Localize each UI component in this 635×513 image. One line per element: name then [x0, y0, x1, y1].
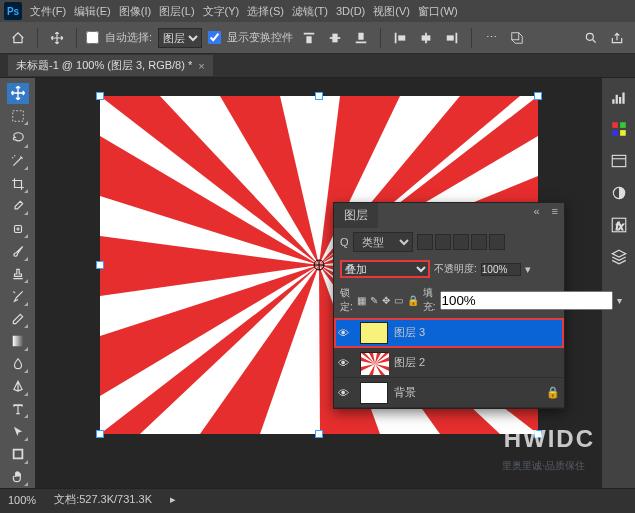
menu-file[interactable]: 文件(F): [30, 4, 66, 19]
layers-icon[interactable]: [608, 246, 630, 268]
lock-transparency-icon[interactable]: ▦: [357, 293, 366, 307]
libraries-icon[interactable]: [608, 150, 630, 172]
search-icon[interactable]: [581, 28, 601, 48]
layer-row[interactable]: 👁 图层 3: [334, 318, 564, 348]
filter-type-icon[interactable]: [453, 234, 469, 250]
chevron-right-icon[interactable]: ▸: [170, 493, 176, 506]
auto-select-target[interactable]: 图层: [158, 28, 202, 48]
filter-shape-icon[interactable]: [471, 234, 487, 250]
path-select-tool[interactable]: [7, 421, 29, 442]
menu-type[interactable]: 文字(Y): [203, 4, 240, 19]
magic-wand-tool[interactable]: [7, 151, 29, 172]
align-bottom-icon[interactable]: [351, 28, 371, 48]
brush-tool[interactable]: [7, 241, 29, 262]
menu-edit[interactable]: 编辑(E): [74, 4, 111, 19]
layers-panel[interactable]: 图层 ≡ « Q 类型 叠加 不透明度: ▾ 锁定: ▦ ✎ ✥ ▭ 🔒 填充:…: [333, 202, 565, 409]
chevron-down-icon[interactable]: ▾: [617, 295, 622, 306]
type-tool[interactable]: [7, 399, 29, 420]
crop-tool[interactable]: [7, 173, 29, 194]
fill-label: 填充:: [423, 286, 436, 314]
share-icon[interactable]: [607, 28, 627, 48]
fill-input[interactable]: [440, 291, 613, 310]
layer-thumbnail[interactable]: [360, 382, 388, 404]
layer-name[interactable]: 图层 3: [394, 325, 560, 340]
align-vcenter-icon[interactable]: [325, 28, 345, 48]
transform-handle[interactable]: [534, 430, 542, 438]
menu-3d[interactable]: 3D(D): [336, 5, 365, 17]
gradient-tool[interactable]: [7, 331, 29, 352]
menu-filter[interactable]: 滤镜(T): [292, 4, 328, 19]
layer-thumbnail[interactable]: [360, 352, 388, 374]
close-icon[interactable]: ×: [198, 60, 204, 72]
history-brush-tool[interactable]: [7, 286, 29, 307]
layer-name[interactable]: 背景: [394, 385, 540, 400]
visibility-icon[interactable]: 👁: [338, 327, 354, 339]
svg-rect-21: [615, 95, 617, 104]
home-icon[interactable]: [8, 28, 28, 48]
doc-size-info: 文档:527.3K/731.3K: [54, 492, 152, 507]
lock-all-icon[interactable]: 🔒: [407, 293, 419, 307]
blur-tool[interactable]: [7, 354, 29, 375]
filter-adjust-icon[interactable]: [435, 234, 451, 250]
show-transform-checkbox[interactable]: [208, 31, 221, 44]
align-left-icon[interactable]: [390, 28, 410, 48]
transform-handle[interactable]: [96, 430, 104, 438]
transform-handle[interactable]: [96, 92, 104, 100]
svg-rect-17: [13, 450, 22, 459]
separator: [471, 28, 472, 48]
menu-select[interactable]: 选择(S): [247, 4, 284, 19]
healing-tool[interactable]: [7, 218, 29, 239]
move-tool[interactable]: [7, 83, 29, 104]
show-transform-label: 显示变换控件: [227, 30, 293, 45]
move-tool-icon[interactable]: [47, 28, 67, 48]
filter-smart-icon[interactable]: [489, 234, 505, 250]
stamp-tool[interactable]: [7, 264, 29, 285]
align-right-icon[interactable]: [442, 28, 462, 48]
transform-handle[interactable]: [534, 92, 542, 100]
layer-thumbnail[interactable]: [360, 322, 388, 344]
menu-layer[interactable]: 图层(L): [159, 4, 194, 19]
menu-window[interactable]: 窗口(W): [418, 4, 458, 19]
align-top-icon[interactable]: [299, 28, 319, 48]
transform-handle[interactable]: [96, 261, 104, 269]
menu-view[interactable]: 视图(V): [373, 4, 410, 19]
more-icon[interactable]: ⋯: [481, 28, 501, 48]
document-tab[interactable]: 未标题-1 @ 100% (图层 3, RGB/8) * ×: [8, 55, 213, 76]
menu-image[interactable]: 图像(I): [119, 4, 151, 19]
pen-tool[interactable]: [7, 376, 29, 397]
lock-pixels-icon[interactable]: ✎: [370, 293, 378, 307]
panel-tab-layers[interactable]: 图层: [334, 203, 378, 228]
eyedropper-tool[interactable]: [7, 196, 29, 217]
histogram-icon[interactable]: [608, 86, 630, 108]
shape-tool[interactable]: [7, 444, 29, 465]
adjustments-icon[interactable]: [608, 182, 630, 204]
styles-icon[interactable]: fx: [608, 214, 630, 236]
3d-mode-icon[interactable]: [507, 28, 527, 48]
collapse-icon[interactable]: «: [527, 203, 545, 219]
layer-row[interactable]: 👁 图层 2: [334, 348, 564, 378]
chevron-down-icon[interactable]: ▾: [525, 263, 531, 276]
opacity-input[interactable]: [481, 263, 521, 276]
blend-mode-select[interactable]: 叠加: [340, 260, 430, 278]
auto-select-checkbox[interactable]: [86, 31, 99, 44]
svg-rect-5: [358, 32, 363, 39]
lock-artboard-icon[interactable]: ▭: [394, 293, 403, 307]
eraser-tool[interactable]: [7, 309, 29, 330]
panel-menu-icon[interactable]: ≡: [546, 203, 564, 219]
transform-handle[interactable]: [315, 92, 323, 100]
filter-pixel-icon[interactable]: [417, 234, 433, 250]
marquee-tool[interactable]: [7, 106, 29, 127]
layer-row[interactable]: 👁 背景 🔒: [334, 378, 564, 408]
filter-type-select[interactable]: 类型: [353, 232, 413, 252]
align-hcenter-icon[interactable]: [416, 28, 436, 48]
visibility-icon[interactable]: 👁: [338, 387, 354, 399]
zoom-level[interactable]: 100%: [8, 494, 36, 506]
visibility-icon[interactable]: 👁: [338, 357, 354, 369]
swatches-icon[interactable]: [608, 118, 630, 140]
hand-tool[interactable]: [7, 467, 29, 488]
lasso-tool[interactable]: [7, 128, 29, 149]
layer-name[interactable]: 图层 2: [394, 355, 560, 370]
svg-rect-24: [612, 122, 618, 128]
transform-handle[interactable]: [315, 430, 323, 438]
lock-position-icon[interactable]: ✥: [382, 293, 390, 307]
